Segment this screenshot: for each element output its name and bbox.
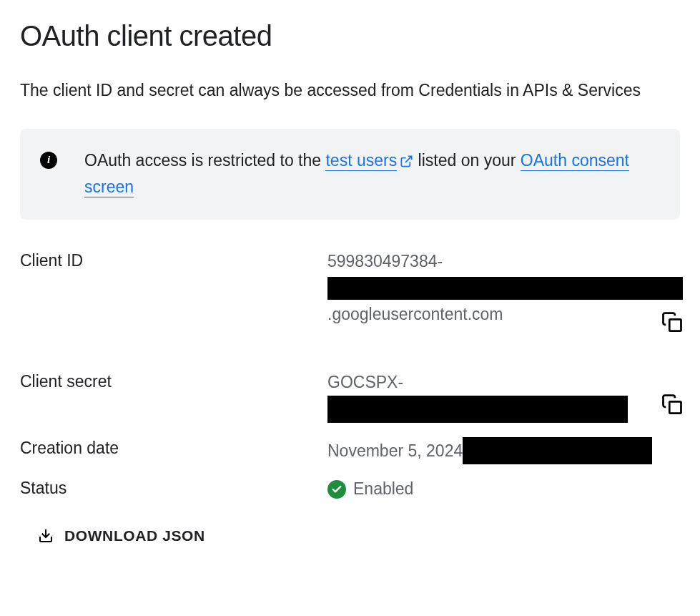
info-text-mid: listed on your [413, 151, 521, 170]
spacer [20, 424, 327, 437]
status-text: Enabled [353, 477, 413, 501]
info-banner-text: OAuth access is restricted to the test u… [84, 147, 660, 202]
client-secret-prefix: GOCSPX- [327, 371, 683, 394]
spacer [20, 464, 327, 477]
client-id-label: Client ID [20, 250, 327, 270]
download-icon [37, 527, 54, 544]
check-circle-icon [327, 480, 346, 499]
external-link-icon [400, 155, 413, 168]
info-text-pre: OAuth access is restricted to the [84, 151, 325, 170]
copy-icon[interactable] [661, 393, 683, 415]
client-id-prefix: 599830497384- [327, 250, 683, 273]
spacer [20, 326, 327, 371]
svg-line-0 [405, 156, 412, 162]
dialog-subtitle: The client ID and secret can always be a… [20, 78, 680, 103]
copy-icon[interactable] [661, 311, 683, 333]
redacted-bar [327, 277, 683, 300]
download-json-button[interactable]: DOWNLOAD JSON [34, 522, 208, 550]
client-secret-label: Client secret [20, 371, 327, 391]
credential-details: Client ID 599830497384- .googleuserconte… [20, 250, 680, 501]
spacer [327, 464, 683, 477]
download-json-label: DOWNLOAD JSON [64, 527, 205, 544]
status-label: Status [20, 477, 327, 498]
dialog-title: OAuth client created [20, 20, 680, 52]
spacer [327, 326, 683, 371]
spacer [327, 424, 683, 437]
client-id-suffix: .googleusercontent.com [327, 303, 683, 326]
creation-date-value: November 5, 2024 [327, 437, 683, 464]
creation-date-text: November 5, 2024 [327, 439, 463, 463]
test-users-link[interactable]: test users [325, 151, 397, 171]
svg-rect-2 [669, 401, 681, 413]
svg-rect-1 [669, 320, 681, 331]
client-id-value: 599830497384- .googleusercontent.com [327, 250, 683, 326]
status-value: Enabled [327, 477, 683, 501]
redacted-bar [327, 396, 628, 423]
creation-date-label: Creation date [20, 437, 327, 458]
redacted-bar [463, 437, 652, 464]
info-banner: OAuth access is restricted to the test u… [20, 129, 680, 220]
info-icon [40, 152, 57, 169]
client-secret-value: GOCSPX- [327, 371, 683, 424]
test-users-link-text: test users [325, 151, 397, 170]
